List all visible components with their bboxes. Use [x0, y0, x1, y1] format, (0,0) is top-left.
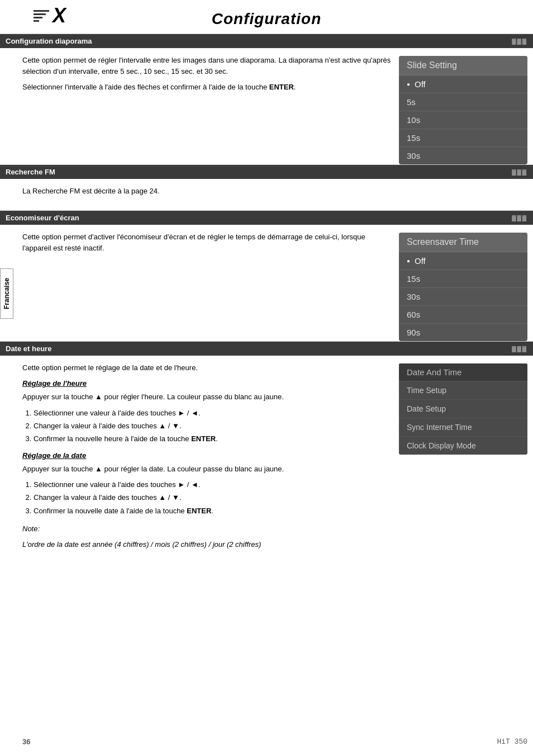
- screensaver-content: Cette option permet d'activer l'économis…: [22, 225, 393, 267]
- dots-icon-datetime: ▓▓▓: [512, 346, 527, 352]
- time-step-3: Confirmer la nouvelle heure à l'aide de …: [34, 433, 393, 445]
- screensaver-menu-col: Screensaver Time ● Off 15s 30s 60s 90s: [399, 225, 527, 341]
- slide-menu-title: Slide Setting: [399, 56, 527, 75]
- section-fm-header: Recherche FM ▓▓▓: [0, 165, 533, 179]
- slide-menu-item-3[interactable]: 15s: [399, 129, 527, 147]
- note-text: L'ordre de la date est année (4 chiffres…: [22, 539, 393, 550]
- bullet-icon-ss-0: ●: [407, 258, 410, 264]
- slide-p1: Cette option permet de régler l'interval…: [22, 55, 393, 77]
- page-footer: 36 HiT 350: [22, 738, 527, 746]
- datetime-menu: Date And Time Time Setup Date Setup Sync…: [399, 363, 527, 455]
- screensaver-menu-item-3[interactable]: 60s: [399, 306, 527, 324]
- date-step-1: Sélectionner une valeur à l'aide des tou…: [34, 479, 393, 490]
- date-setup-title: Réglage de la date: [22, 450, 393, 461]
- date-step-2: Changer la valeur à l'aide des touches ▲…: [34, 492, 393, 503]
- page-title: Configuration: [0, 10, 533, 28]
- dots-icon-fm: ▓▓▓: [512, 169, 527, 175]
- time-setup-title: Réglage de l'heure: [22, 378, 393, 389]
- screensaver-menu-item-2[interactable]: 30s: [399, 288, 527, 306]
- dots-icon-slide: ▓▓▓: [512, 38, 527, 44]
- time-step-2: Changer la valeur à l'aide des touches ▲…: [34, 420, 393, 432]
- datetime-menu-item-3[interactable]: Clock Display Mode: [399, 437, 527, 455]
- slide-menu-item-4[interactable]: 30s: [399, 147, 527, 164]
- screensaver-menu-title: Screensaver Time: [399, 233, 527, 252]
- slide-menu-item-1[interactable]: 5s: [399, 93, 527, 111]
- datetime-content: Cette option permet le réglage de la dat…: [22, 356, 393, 564]
- slide-menu-item-2[interactable]: 10s: [399, 111, 527, 129]
- section-screensaver: Economiseur d'écran ▓▓▓ Cette option per…: [0, 211, 533, 341]
- slide-p2: Sélectionner l'intervalle à l'aide des f…: [22, 82, 393, 93]
- slide-menu-col: Slide Setting ● Off 5s 10s 15s 30s: [399, 48, 527, 164]
- datetime-menu-item-1[interactable]: Date Setup: [399, 400, 527, 418]
- section-slide: Configuration diaporama ▓▓▓ Cette option…: [0, 34, 533, 164]
- datetime-intro: Cette option permet le réglage de la dat…: [22, 362, 393, 374]
- time-setup-steps: Sélectionner une valeur à l'aide des tou…: [34, 408, 393, 445]
- date-setup-steps: Sélectionner une valeur à l'aide des tou…: [34, 479, 393, 516]
- dots-icon-screensaver: ▓▓▓: [512, 215, 527, 221]
- note-label: Note:: [22, 523, 393, 535]
- screensaver-menu-item-0[interactable]: ● Off: [399, 252, 527, 270]
- datetime-menu-col: Date And Time Time Setup Date Setup Sync…: [399, 356, 527, 564]
- section-slide-header: Configuration diaporama ▓▓▓: [0, 34, 533, 48]
- logo-area: X: [34, 6, 66, 26]
- section-fm: Recherche FM ▓▓▓ La Recherche FM est déc…: [0, 165, 533, 210]
- screensaver-menu-item-4[interactable]: 90s: [399, 324, 527, 341]
- section-datetime-header: Date et heure ▓▓▓: [0, 342, 533, 356]
- screensaver-menu: Screensaver Time ● Off 15s 30s 60s 90s: [399, 233, 527, 341]
- slide-menu: Slide Setting ● Off 5s 10s 15s 30s: [399, 56, 527, 164]
- page-header: X Configuration: [0, 0, 533, 34]
- date-setup-p1: Appuyer sur la touche ▲ pour régler la d…: [22, 464, 393, 475]
- screensaver-menu-item-1[interactable]: 15s: [399, 270, 527, 288]
- sidebar-lang-label: Francaise: [0, 268, 13, 319]
- datetime-menu-item-0[interactable]: Time Setup: [399, 381, 527, 400]
- logo-lines: [34, 10, 49, 22]
- time-setup-p1: Appuyer sur la touche ▲ pour régler l'he…: [22, 391, 393, 403]
- device-model: HiT 350: [497, 738, 527, 746]
- time-step-1: Sélectionner une valeur à l'aide des tou…: [34, 408, 393, 419]
- date-step-3: Confirmer la nouvelle date à l'aide de l…: [34, 505, 393, 517]
- section-screensaver-header: Economiseur d'écran ▓▓▓: [0, 211, 533, 225]
- fm-content: La Recherche FM est décrite à la page 24…: [22, 179, 527, 210]
- fm-p1: La Recherche FM est décrite à la page 24…: [22, 186, 527, 197]
- datetime-menu-item-2[interactable]: Sync Internet Time: [399, 418, 527, 437]
- logo-x: X: [53, 6, 66, 26]
- section-datetime: Date et heure ▓▓▓ Cette option permet le…: [0, 342, 533, 564]
- screensaver-p1: Cette option permet d'activer l'économis…: [22, 231, 393, 254]
- slide-menu-item-0[interactable]: ● Off: [399, 75, 527, 93]
- datetime-menu-title: Date And Time: [399, 363, 527, 381]
- bullet-icon-0: ●: [407, 81, 410, 87]
- page-number: 36: [22, 738, 30, 746]
- slide-content: Cette option permet de régler l'interval…: [22, 48, 393, 106]
